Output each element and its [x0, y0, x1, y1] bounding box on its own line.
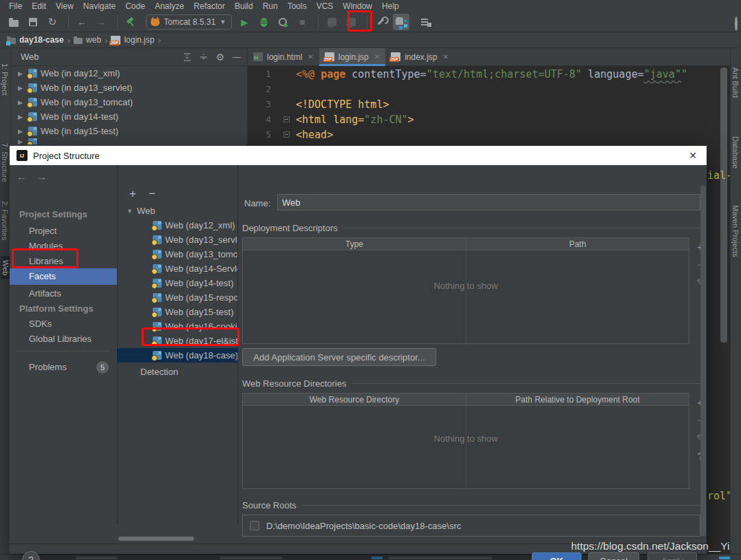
gear-icon[interactable] — [214, 51, 226, 63]
run-with-coverage-icon[interactable] — [275, 14, 291, 30]
chevron-right-icon[interactable]: ▶ — [18, 99, 25, 106]
chevron-down-icon[interactable]: ▼ — [127, 208, 133, 215]
remove-icon[interactable]: − — [149, 187, 155, 201]
settings-repository-icon[interactable] — [418, 14, 434, 30]
menu-build[interactable]: Build — [230, 1, 258, 11]
expand-all-icon[interactable] — [181, 51, 193, 63]
close-icon[interactable]: ✕ — [686, 150, 700, 161]
column-path-relative[interactable]: Path Relative to Deployment Root — [466, 394, 689, 405]
tool-button-web[interactable]: Web — [1, 256, 10, 279]
web-facet-icon — [28, 69, 37, 78]
project-tree-item[interactable]: ▶ Web (in day12_xml) — [11, 66, 247, 80]
facets-tree-item[interactable]: Web (day14-test) — [117, 276, 237, 290]
project-tree-item[interactable]: ▶ Web (in day13_tomcat) — [11, 95, 247, 109]
facets-tree-item[interactable]: Web (day13_tomcat) — [117, 247, 237, 261]
back-icon[interactable]: ← — [17, 171, 36, 182]
menu-run[interactable]: Run — [258, 1, 283, 11]
menu-analyze[interactable]: Analyze — [150, 1, 189, 11]
settings-wrench-icon[interactable] — [372, 14, 389, 30]
synchronize-icon[interactable] — [44, 14, 61, 30]
cancel-button[interactable]: Cancel — [588, 552, 639, 560]
tab-index-jsp[interactable]: JSP index.jsp ✕ — [385, 48, 454, 65]
tool-button-ant-build[interactable]: Ant Build — [731, 67, 740, 98]
project-tree-item[interactable]: ▶ Web (in day14-test) — [11, 109, 247, 124]
add-icon[interactable]: + — [129, 187, 136, 201]
chevron-right-icon[interactable]: ▶ — [18, 114, 25, 120]
column-type[interactable]: Type — [243, 238, 466, 250]
code-tag: <head> — [296, 127, 333, 142]
ok-button[interactable]: OK — [532, 552, 581, 560]
tool-button-database[interactable]: Database — [731, 136, 740, 169]
breadcrumb-folder[interactable]: web — [86, 35, 101, 45]
menu-navigate[interactable]: Navigate — [78, 1, 120, 11]
menu-help[interactable]: Help — [377, 1, 404, 11]
chevron-right-icon[interactable]: ▶ — [18, 70, 25, 77]
chevron-right-icon[interactable]: ▶ — [18, 85, 25, 91]
chevron-right-icon[interactable]: ▶ — [18, 128, 25, 135]
debug-icon[interactable] — [255, 14, 272, 30]
column-web-resource-directory[interactable]: Web Resource Directory — [243, 394, 466, 405]
facets-tree-item[interactable]: Web (day15-test) — [117, 305, 237, 319]
facets-tree-item-selected[interactable]: Web (day18-case) — [117, 348, 237, 363]
menu-tools[interactable]: Tools — [283, 1, 312, 11]
forward-icon[interactable]: → — [36, 171, 56, 182]
collapse-all-icon[interactable] — [197, 51, 210, 63]
project-structure-icon[interactable] — [391, 12, 411, 32]
breadcrumb-module[interactable]: day18-case — [19, 35, 64, 45]
editor-scrollbar[interactable] — [720, 67, 727, 343]
forward-icon[interactable] — [93, 14, 109, 30]
name-input[interactable] — [277, 194, 700, 211]
facets-tree-item[interactable]: Web (day12_xml) — [117, 218, 237, 233]
tool-button-maven-projects[interactable]: Maven Projects — [731, 205, 740, 257]
menu-edit[interactable]: Edit — [27, 1, 51, 11]
tab-login-jsp[interactable]: JSP login.jsp ✕ — [319, 48, 385, 65]
save-all-icon[interactable] — [25, 14, 41, 30]
run-configuration-select[interactable]: Tomcat 8.5.31 ▼ — [146, 14, 232, 30]
help-button[interactable]: ? — [22, 551, 40, 560]
menu-window[interactable]: Window — [338, 1, 377, 11]
project-tree-item[interactable]: ▶ Web (in day15-test) — [11, 124, 247, 138]
menu-view[interactable]: View — [51, 1, 78, 11]
open-project-icon[interactable] — [6, 14, 22, 30]
fold-marker-icon[interactable] — [283, 131, 290, 138]
dialog-scrollbar[interactable] — [700, 186, 706, 537]
facets-tree-item[interactable]: Web (day13_servlet) — [117, 233, 237, 247]
sidebar-item-problems[interactable]: Problems — [29, 360, 67, 374]
breadcrumb-file[interactable]: login.jsp — [124, 35, 154, 45]
column-path[interactable]: Path — [466, 238, 689, 250]
sidebar-item-artifacts[interactable]: Artifacts — [29, 287, 61, 301]
fold-marker-icon[interactable] — [283, 116, 290, 122]
close-tab-icon[interactable]: ✕ — [374, 53, 380, 61]
sidebar-item-project[interactable]: Project — [29, 224, 56, 238]
tool-button-favorites[interactable]: 2: Favorites — [1, 201, 9, 240]
project-tree-item[interactable]: ▶ Web (in day13_servlet) — [11, 80, 247, 95]
tree-horizontal-scrollbar[interactable] — [118, 537, 194, 541]
add-app-server-descriptor-button[interactable]: Add Application Server specific descript… — [242, 348, 436, 366]
tool-button-project[interactable]: 1: Project — [1, 63, 9, 95]
tool-button-structure[interactable]: 7: Structure — [1, 143, 9, 182]
sidebar-item-sdks[interactable]: SDKs — [29, 317, 52, 331]
dialog-title-bar[interactable]: IJ Project Structure ✕ — [10, 146, 707, 165]
facets-tree-detection[interactable]: Detection — [117, 365, 237, 379]
build-project-icon[interactable] — [122, 14, 139, 30]
close-tab-icon[interactable]: ✕ — [443, 53, 449, 61]
line-number: 4 — [248, 112, 271, 127]
menu-refactor[interactable]: Refactor — [189, 1, 230, 11]
hide-panel-icon[interactable] — [230, 51, 243, 63]
run-icon[interactable] — [236, 14, 253, 30]
menu-code[interactable]: Code — [120, 1, 150, 11]
menu-file[interactable]: File — [4, 1, 27, 11]
project-tree-item-partial[interactable]: ▶ — [11, 138, 247, 144]
web-facet-icon — [153, 351, 162, 360]
facets-tree-root[interactable]: ▼ Web — [117, 204, 237, 218]
facets-tree-item[interactable]: Web (day15-respons) — [117, 290, 237, 305]
search-everywhere-icon[interactable] — [735, 17, 738, 31]
menu-vcs[interactable]: VCS — [312, 1, 339, 11]
sidebar-item-facets[interactable]: Facets — [10, 268, 117, 285]
tab-login-html[interactable]: H login.html ✕ — [248, 48, 319, 65]
facets-tree-item[interactable]: Web (day14-Servlet) — [117, 261, 237, 276]
close-tab-icon[interactable]: ✕ — [308, 53, 313, 61]
source-root-checkbox[interactable] — [250, 521, 259, 530]
back-icon[interactable] — [74, 14, 90, 30]
sidebar-item-global-libraries[interactable]: Global Libraries — [29, 332, 92, 346]
